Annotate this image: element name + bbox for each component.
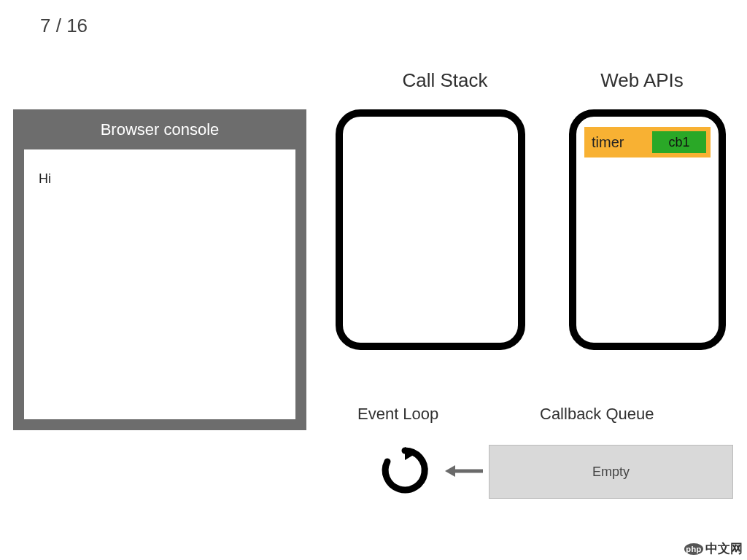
watermark: php 中文网 [684, 540, 743, 557]
heading-web-apis: Web APIs [569, 69, 715, 92]
browser-console-body: Hi [24, 149, 295, 419]
console-line: Hi [39, 171, 281, 187]
callback-box: cb1 [652, 131, 706, 153]
callback-queue-box: Empty [489, 445, 733, 499]
slide-counter: 7 / 16 [40, 15, 88, 37]
svg-marker-2 [445, 465, 455, 477]
browser-console-title: Browser console [13, 109, 306, 149]
watermark-text: 中文网 [705, 540, 743, 557]
watermark-badge: php [684, 543, 703, 555]
timer-label: timer [592, 134, 624, 151]
callback-queue-content: Empty [592, 464, 630, 480]
arrow-left-icon [444, 461, 484, 481]
browser-console-frame: Browser console Hi [13, 109, 306, 430]
call-stack-panel [336, 109, 525, 350]
heading-callback-queue: Callback Queue [540, 405, 654, 424]
heading-event-loop: Event Loop [357, 405, 438, 424]
event-loop-icon [379, 445, 430, 496]
heading-call-stack: Call Stack [372, 69, 518, 92]
timer-row: timer cb1 [584, 127, 711, 158]
web-apis-panel: timer cb1 [569, 109, 726, 350]
